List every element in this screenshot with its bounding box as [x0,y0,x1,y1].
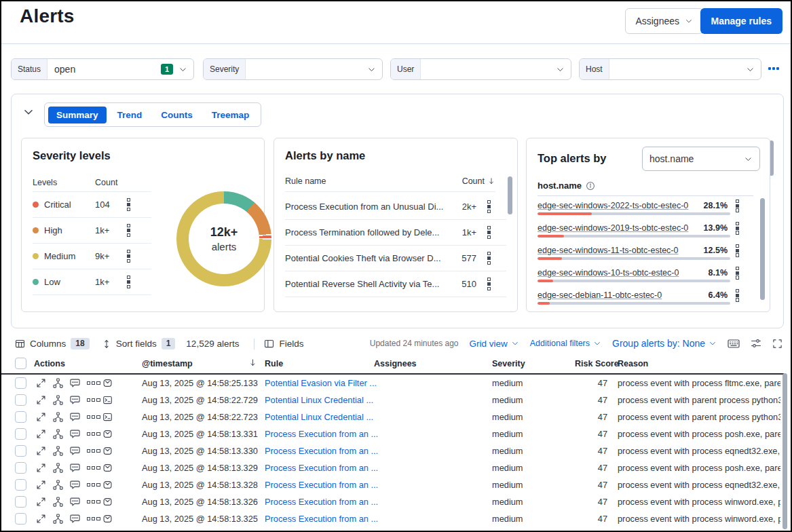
row-checkbox[interactable] [15,428,26,440]
host-name-link[interactable]: edge-sec-windows-2019-ts-obtc-estec-0 [538,223,699,233]
analyzer-icon[interactable] [53,480,63,490]
row-checkbox[interactable] [15,377,26,389]
row-actions-icon[interactable] [734,198,740,214]
row-actions-icon[interactable] [734,243,740,259]
expand-alert-icon[interactable] [36,395,46,405]
expand-alert-icon[interactable] [36,429,46,439]
chart-view-tab[interactable]: Treemap [204,107,258,124]
host-name-link[interactable]: edge-sec-windows-2022-ts-obtc-estec-0 [538,201,699,210]
fields-button[interactable]: Fields [264,339,303,349]
row-actions-icon[interactable] [734,221,740,236]
assignees-button[interactable]: Assignees [625,8,703,34]
more-actions-icon[interactable] [87,398,100,402]
chart-view-tab[interactable]: Trend [109,107,151,124]
user-filter[interactable]: User [390,58,571,80]
host-filter[interactable]: Host [579,58,761,80]
additional-filters-dropdown[interactable]: Additional filters [530,339,601,348]
alert-rule-link[interactable]: Process Execution from an ... [265,446,378,456]
rule-column-header[interactable]: Rule [265,359,283,368]
select-all-checkbox[interactable] [15,358,26,369]
top-alerts-field-select[interactable]: host.name [642,147,760,171]
alert-rule-link[interactable]: Potential Linux Credential ... [265,395,373,405]
row-actions-icon[interactable] [126,223,132,238]
expand-alert-icon[interactable] [36,514,46,524]
expand-alert-icon[interactable] [36,378,46,388]
row-checkbox[interactable] [15,479,26,491]
host-name-link[interactable]: edge-sec-windows-10-ts-obtc-estec-0 [538,268,699,278]
grid-scrollbar[interactable] [782,373,787,529]
alert-rule-link[interactable]: Process Execution from an ... [265,480,378,490]
grid-view-dropdown[interactable]: Grid view [470,339,519,349]
row-actions-icon[interactable] [486,250,492,266]
fullscreen-icon[interactable] [772,339,782,349]
sort-fields-button[interactable]: Sort fields 1 [102,338,176,349]
count-column[interactable]: Count [462,176,485,186]
severity-column-header[interactable]: Severity [492,359,525,368]
analyzer-icon[interactable] [53,497,63,507]
comment-icon[interactable] [70,497,80,507]
comment-icon[interactable] [70,463,80,473]
info-icon[interactable] [586,181,595,191]
more-actions-icon[interactable] [87,415,100,419]
analyzer-icon[interactable] [53,514,63,524]
row-checkbox[interactable] [15,445,26,457]
assignees-column-header[interactable]: Assignees [374,359,417,368]
comment-icon[interactable] [70,395,80,405]
group-alerts-dropdown[interactable]: Group alerts by: None [612,338,717,349]
more-actions-icon[interactable] [87,500,100,504]
host-name-link[interactable]: edge-sec-debian-11-obtc-estec-0 [538,290,699,300]
row-checkbox[interactable] [15,496,26,508]
manage-rules-button[interactable]: Manage rules [700,8,782,34]
comment-icon[interactable] [70,480,80,490]
comment-icon[interactable] [70,446,80,456]
alert-rule-link[interactable]: Process Execution from an ... [265,514,378,524]
expand-alert-icon[interactable] [36,446,46,456]
analyzer-icon[interactable] [53,412,63,422]
alert-rule-link[interactable]: Potential Evasion via Filter ... [265,378,377,388]
expand-alert-icon[interactable] [36,480,46,490]
collapse-charts-icon[interactable] [22,106,35,118]
alert-rule-link[interactable]: Process Execution from an ... [265,463,378,473]
row-actions-icon[interactable] [734,288,740,303]
row-actions-icon[interactable] [486,276,492,292]
expand-alert-icon[interactable] [36,412,46,422]
alerts-by-name-scrollbar[interactable] [508,176,512,214]
display-options-icon[interactable] [751,338,761,349]
analyzer-icon[interactable] [53,395,63,405]
row-checkbox[interactable] [15,462,26,474]
more-actions-icon[interactable] [87,483,100,487]
alert-rule-link[interactable]: Potential Linux Credential ... [265,412,373,422]
columns-button[interactable]: Columns 18 [15,338,90,349]
expand-alert-icon[interactable] [36,497,46,507]
expand-alert-icon[interactable] [36,463,46,473]
analyzer-icon[interactable] [53,429,63,439]
row-checkbox[interactable] [15,513,26,525]
timestamp-column-header[interactable]: @timestamp [142,359,193,368]
row-checkbox[interactable] [15,394,26,406]
analyzer-icon[interactable] [53,463,63,473]
row-actions-icon[interactable] [486,199,492,214]
row-actions-icon[interactable] [126,248,132,264]
host-name-link[interactable]: edge-sec-windows-11-ts-obtc-estec-0 [538,246,699,255]
row-actions-icon[interactable] [734,265,740,281]
comment-icon[interactable] [70,514,80,524]
more-actions-icon[interactable] [87,517,100,520]
chart-view-tab[interactable]: Summary [48,107,107,124]
comment-icon[interactable] [70,412,80,422]
more-filters-icon[interactable] [768,63,783,74]
severity-filter[interactable]: Severity [203,58,383,80]
keyboard-shortcuts-icon[interactable] [728,339,740,349]
chart-view-tab[interactable]: Counts [153,107,201,124]
risk-score-column-header[interactable]: Risk Score [575,359,619,368]
row-actions-icon[interactable] [126,197,132,212]
row-checkbox[interactable] [15,411,26,423]
analyzer-icon[interactable] [53,446,63,456]
row-actions-icon[interactable] [486,225,492,240]
comment-icon[interactable] [70,429,80,439]
row-actions-icon[interactable] [126,274,132,290]
alert-rule-link[interactable]: Process Execution from an ... [265,429,378,439]
reason-column-header[interactable]: Reason [618,359,648,368]
more-actions-icon[interactable] [87,432,100,436]
analyzer-icon[interactable] [53,378,63,388]
status-filter[interactable]: Status open 1 [11,58,194,80]
